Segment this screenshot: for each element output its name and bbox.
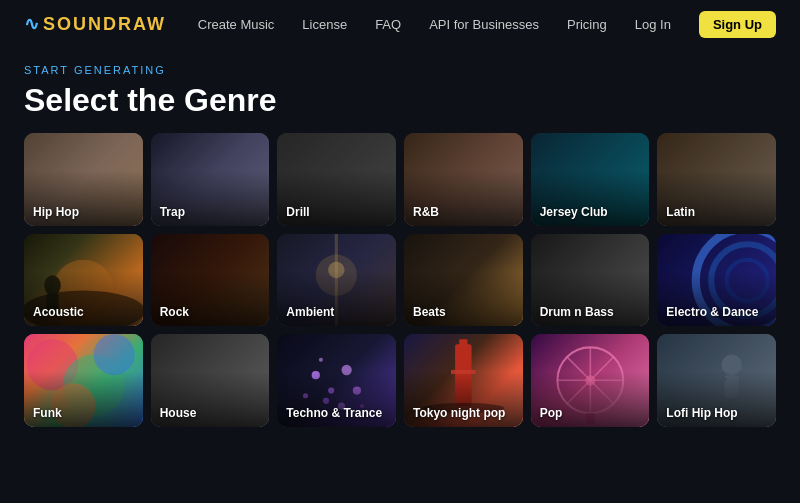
- logo-wave-icon: ∿: [24, 13, 39, 35]
- genre-card-techno[interactable]: Techno & Trance: [277, 334, 396, 427]
- genre-card-jerseyclub[interactable]: Jersey Club: [531, 133, 650, 226]
- genre-label-beats: Beats: [413, 305, 446, 319]
- genre-label-acoustic: Acoustic: [33, 305, 84, 319]
- genre-card-latin[interactable]: Latin: [657, 133, 776, 226]
- genre-label-electro: Electro & Dance: [666, 305, 758, 319]
- genre-label-house: House: [160, 406, 197, 420]
- page-title: Select the Genre: [24, 82, 776, 119]
- genre-grid: Hip Hop Trap Drill R&B Jersey Club: [24, 133, 776, 427]
- main-content: START GENERATING Select the Genre Hip Ho…: [0, 48, 800, 435]
- genre-label-lofihiphop: Lofi Hip Hop: [666, 406, 737, 420]
- genre-card-lofihiphop[interactable]: Lofi Hip Hop: [657, 334, 776, 427]
- genre-label-funk: Funk: [33, 406, 62, 420]
- login-button[interactable]: Log In: [635, 17, 671, 32]
- header: ∿ SOUNDRAW Create Music License FAQ API …: [0, 0, 800, 48]
- nav-faq[interactable]: FAQ: [375, 17, 401, 32]
- nav-license[interactable]: License: [302, 17, 347, 32]
- genre-card-funk[interactable]: Funk: [24, 334, 143, 427]
- genre-card-electro[interactable]: Electro & Dance: [657, 234, 776, 327]
- genre-card-ambient[interactable]: Ambient: [277, 234, 396, 327]
- genre-card-drumnbass[interactable]: Drum n Bass: [531, 234, 650, 327]
- genre-card-rock[interactable]: Rock: [151, 234, 270, 327]
- logo-text: SOUNDRAW: [43, 14, 166, 35]
- genre-label-drill: Drill: [286, 205, 309, 219]
- genre-card-trap[interactable]: Trap: [151, 133, 270, 226]
- genre-card-tokyonightpop[interactable]: Tokyo night pop: [404, 334, 523, 427]
- nav-api[interactable]: API for Businesses: [429, 17, 539, 32]
- genre-card-hiphop[interactable]: Hip Hop: [24, 133, 143, 226]
- logo: ∿ SOUNDRAW: [24, 13, 166, 35]
- genre-label-jerseyclub: Jersey Club: [540, 205, 608, 219]
- genre-label-rnb: R&B: [413, 205, 439, 219]
- nav: Create Music License FAQ API for Busines…: [198, 11, 776, 38]
- signup-button[interactable]: Sign Up: [699, 11, 776, 38]
- genre-label-latin: Latin: [666, 205, 695, 219]
- genre-card-beats[interactable]: Beats: [404, 234, 523, 327]
- genre-label-techno: Techno & Trance: [286, 406, 382, 420]
- genre-label-tokyonightpop: Tokyo night pop: [413, 406, 505, 420]
- genre-label-pop: Pop: [540, 406, 563, 420]
- genre-label-drumnbass: Drum n Bass: [540, 305, 614, 319]
- nav-pricing[interactable]: Pricing: [567, 17, 607, 32]
- genre-label-trap: Trap: [160, 205, 185, 219]
- genre-label-rock: Rock: [160, 305, 189, 319]
- genre-card-pop[interactable]: Pop: [531, 334, 650, 427]
- genre-label-hiphop: Hip Hop: [33, 205, 79, 219]
- genre-label-ambient: Ambient: [286, 305, 334, 319]
- genre-card-drill[interactable]: Drill: [277, 133, 396, 226]
- start-label: START GENERATING: [24, 64, 776, 76]
- genre-card-house[interactable]: House: [151, 334, 270, 427]
- genre-card-rnb[interactable]: R&B: [404, 133, 523, 226]
- genre-card-acoustic[interactable]: Acoustic: [24, 234, 143, 327]
- nav-create-music[interactable]: Create Music: [198, 17, 275, 32]
